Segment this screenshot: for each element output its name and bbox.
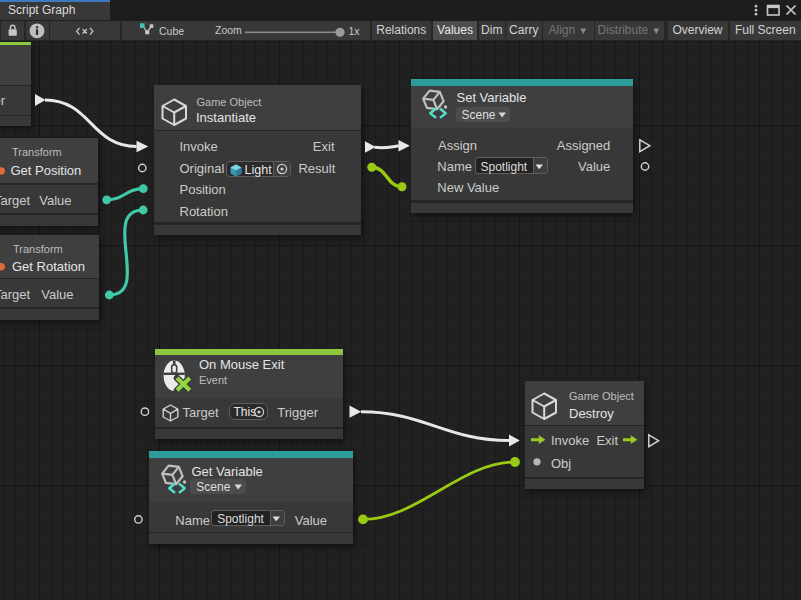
svg-text:Cube: Cube	[159, 25, 184, 37]
svg-text:1x: 1x	[349, 25, 361, 37]
svg-text:Zoom: Zoom	[215, 24, 242, 36]
